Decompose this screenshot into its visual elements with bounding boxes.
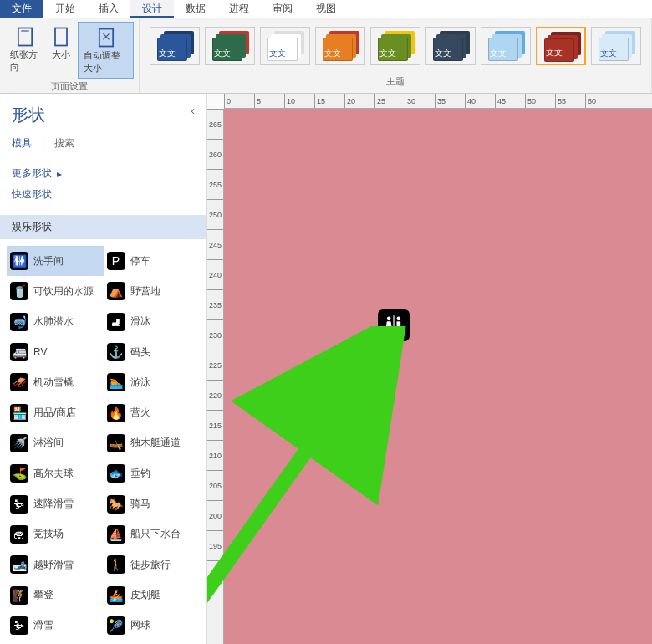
canvas-area: 051015202530354045505560 265260255250245… bbox=[207, 94, 652, 644]
theme-item-4[interactable]: 文文 bbox=[370, 27, 420, 65]
shape-item-19[interactable]: ⛵船只下水台 bbox=[104, 519, 201, 549]
shape-icon: ⛳ bbox=[10, 464, 28, 483]
theme-item-8[interactable]: 文文 bbox=[591, 27, 641, 65]
shape-icon: 🚣 bbox=[107, 586, 125, 605]
svg-rect-8 bbox=[397, 329, 398, 334]
shape-item-12[interactable]: 🚿淋浴间 bbox=[7, 428, 104, 458]
ribbon-content: 纸张方向 大小 自动调整大小 页面设置 文文文文文文文文文文文文文文文文文文 主… bbox=[0, 18, 652, 94]
shape-item-21[interactable]: 🚶徒步旅行 bbox=[104, 549, 201, 580]
ruler-v-tick: 215 bbox=[207, 410, 223, 440]
shape-item-15[interactable]: 🐟垂钓 bbox=[104, 458, 201, 488]
shape-item-8[interactable]: 🛷机动雪橇 bbox=[7, 367, 104, 397]
shape-label: RV bbox=[33, 346, 47, 358]
ruler-v-tick: 260 bbox=[207, 139, 223, 169]
theme-item-0[interactable]: 文文 bbox=[150, 27, 200, 65]
theme-item-5[interactable]: 文文 bbox=[425, 27, 476, 65]
tab-home[interactable]: 开始 bbox=[43, 0, 87, 18]
shape-item-14[interactable]: ⛳高尔夫球 bbox=[7, 458, 104, 488]
shape-item-13[interactable]: 🛶独木艇通道 bbox=[104, 428, 201, 458]
shape-label: 滑冰 bbox=[130, 314, 150, 329]
ruler-h-tick: 35 bbox=[435, 94, 465, 108]
size-label: 大小 bbox=[52, 49, 70, 61]
shape-item-3[interactable]: ⛺野营地 bbox=[104, 276, 201, 306]
subnav-search[interactable]: 搜索 bbox=[54, 136, 74, 151]
tab-design[interactable]: 设计 bbox=[130, 0, 174, 18]
theme-item-2[interactable]: 文文 bbox=[260, 27, 310, 65]
shape-icon: 🛷 bbox=[10, 373, 28, 391]
shape-icon: ⛸ bbox=[107, 313, 125, 331]
shape-icon: 🚶 bbox=[107, 555, 125, 574]
shape-item-17[interactable]: 🐎骑马 bbox=[104, 488, 201, 519]
shape-item-1[interactable]: P停车 bbox=[104, 246, 201, 276]
svg-point-4 bbox=[387, 317, 391, 321]
shape-icon: 🏟 bbox=[10, 525, 28, 544]
quick-shapes-link[interactable]: 快速形状 bbox=[12, 184, 195, 205]
ruler-v-tick: 190 bbox=[207, 560, 223, 590]
svg-point-6 bbox=[397, 317, 401, 321]
shape-label: 攀登 bbox=[33, 588, 53, 602]
main-area: 形状 ‹ 模具 | 搜索 更多形状 ▸ 快速形状 娱乐形状 🚻洗手间P停车🥤可饮… bbox=[0, 94, 652, 644]
shape-item-25[interactable]: 🎾网球 bbox=[104, 611, 201, 641]
shape-item-24[interactable]: ⛷滑雪 bbox=[7, 611, 104, 641]
shape-item-6[interactable]: 🚐RV bbox=[7, 337, 104, 367]
ruler-v-tick: 210 bbox=[207, 440, 223, 470]
shape-icon: 🎿 bbox=[10, 555, 28, 574]
collapse-icon[interactable]: ‹ bbox=[191, 104, 195, 117]
themes-label: 主题 bbox=[386, 74, 405, 89]
shape-label: 越野滑雪 bbox=[33, 558, 74, 572]
shape-item-0[interactable]: 🚻洗手间 bbox=[7, 246, 104, 276]
shape-grid: 🚻洗手间P停车🥤可饮用的水源⛺野营地🤿水肺潜水⛸滑冰🚐RV⚓码头🛷机动雪橇🏊游泳… bbox=[0, 243, 206, 644]
theme-item-6[interactable]: 文文 bbox=[481, 27, 531, 65]
theme-item-7[interactable]: 文文 bbox=[536, 27, 586, 65]
shape-item-16[interactable]: ⛷速降滑雪 bbox=[7, 488, 104, 519]
tab-review[interactable]: 审阅 bbox=[261, 0, 304, 18]
shape-item-7[interactable]: ⚓码头 bbox=[104, 337, 201, 367]
shape-item-18[interactable]: 🏟竞技场 bbox=[7, 519, 104, 549]
autofit-button[interactable]: 自动调整大小 bbox=[78, 22, 134, 79]
shape-item-4[interactable]: 🤿水肺潜水 bbox=[7, 307, 104, 337]
shape-label: 速降滑雪 bbox=[33, 497, 74, 511]
shape-label: 野营地 bbox=[130, 284, 160, 299]
shape-label: 水肺潜水 bbox=[33, 314, 74, 329]
more-shapes-link[interactable]: 更多形状 ▸ bbox=[12, 163, 195, 184]
ruler-vertical: 2652602552502452402352302252202152102052… bbox=[207, 109, 224, 644]
tab-view[interactable]: 视图 bbox=[304, 0, 348, 18]
ruler-v-tick: 230 bbox=[207, 319, 223, 350]
panel-links: 更多形状 ▸ 快速形状 bbox=[0, 156, 206, 212]
shape-icon: 🚐 bbox=[10, 343, 28, 361]
drawing-canvas[interactable] bbox=[224, 109, 652, 644]
shape-item-10[interactable]: 🏪用品/商店 bbox=[7, 398, 104, 428]
shape-item-23[interactable]: 🚣皮划艇 bbox=[104, 580, 201, 610]
tab-insert[interactable]: 插入 bbox=[87, 0, 130, 18]
orientation-label: 纸张方向 bbox=[10, 49, 39, 74]
dropped-restroom-shape[interactable] bbox=[378, 309, 410, 341]
shape-icon: 🔥 bbox=[107, 404, 125, 422]
restroom-icon bbox=[382, 314, 405, 337]
shape-label: 竞技场 bbox=[33, 527, 64, 541]
ruler-h-tick: 30 bbox=[405, 94, 435, 108]
shape-icon: 🧗 bbox=[10, 586, 28, 605]
shape-item-2[interactable]: 🥤可饮用的水源 bbox=[7, 276, 104, 306]
theme-item-3[interactable]: 文文 bbox=[315, 27, 365, 65]
theme-item-1[interactable]: 文文 bbox=[205, 27, 255, 65]
category-header[interactable]: 娱乐形状 bbox=[0, 215, 206, 239]
shape-label: 淋浴间 bbox=[33, 436, 64, 450]
shape-item-11[interactable]: 🔥营火 bbox=[104, 398, 201, 428]
shape-label: 独木艇通道 bbox=[130, 436, 181, 450]
subnav-sep: | bbox=[42, 136, 44, 151]
shape-icon: 🚿 bbox=[10, 434, 28, 452]
shape-item-20[interactable]: 🎿越野滑雪 bbox=[7, 549, 104, 580]
autofit-icon bbox=[94, 26, 118, 49]
tab-process[interactable]: 进程 bbox=[217, 0, 261, 18]
shape-item-22[interactable]: 🧗攀登 bbox=[7, 580, 104, 610]
ruler-h-tick: 50 bbox=[525, 94, 555, 108]
subnav-stencils[interactable]: 模具 bbox=[12, 136, 32, 151]
shape-icon: ⛵ bbox=[107, 525, 125, 544]
size-button[interactable]: 大小 bbox=[44, 22, 78, 64]
tab-data[interactable]: 数据 bbox=[174, 0, 217, 18]
panel-header: 形状 ‹ bbox=[0, 94, 206, 131]
orientation-button[interactable]: 纸张方向 bbox=[5, 22, 44, 77]
shape-item-5[interactable]: ⛸滑冰 bbox=[104, 307, 201, 337]
shape-item-9[interactable]: 🏊游泳 bbox=[104, 367, 201, 397]
tab-file[interactable]: 文件 bbox=[0, 0, 43, 18]
